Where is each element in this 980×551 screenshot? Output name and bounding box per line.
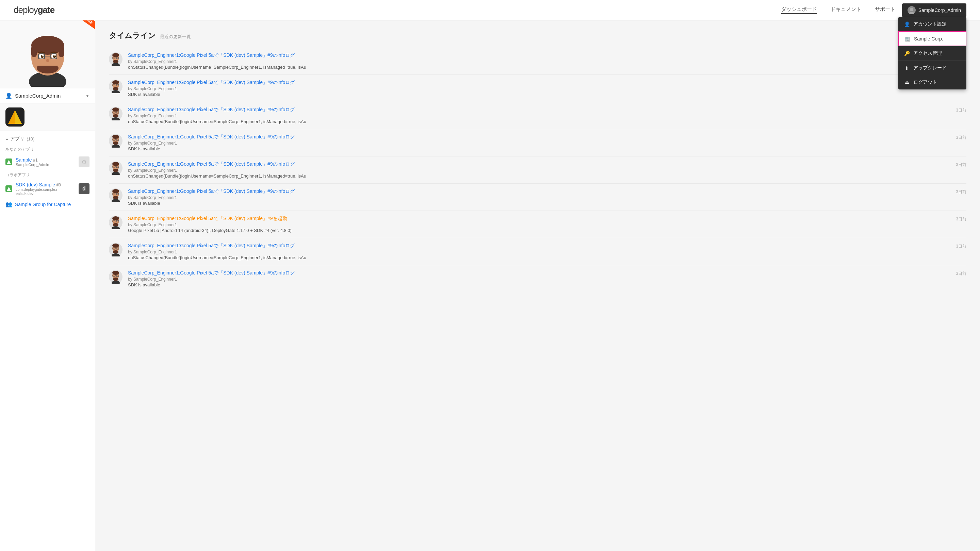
app-gear-button-sample[interactable]: ⚙: [79, 156, 89, 167]
account-icon: 👤: [904, 21, 910, 27]
timeline-body: SampleCorp_Enginner1:Google Pixel 5aで「SD…: [128, 161, 950, 179]
timeline-body: SampleCorp_Enginner1:Google Pixel 5aで「SD…: [128, 52, 961, 70]
timeline-link[interactable]: SampleCorp_Enginner1:Google Pixel 5aで「SD…: [128, 189, 950, 195]
svg-point-1: [909, 12, 914, 14]
timeline-body: SampleCorp_Enginner1:Google Pixel 5aで「SD…: [128, 216, 950, 233]
group-item-capture[interactable]: 👥 Sample Group for Capture: [0, 198, 95, 210]
timeline-time: 3日前: [956, 243, 966, 249]
nav-dashboard[interactable]: ダッシュボード: [781, 6, 817, 14]
timeline-time: 3日前: [956, 161, 966, 168]
app-item-sdk[interactable]: SDK (dev) Sample #9 com.deploygate.sampl…: [0, 179, 95, 198]
user-name-bar[interactable]: 👤 SampleCorp_Admin ▼: [0, 89, 95, 103]
content-area: タイムライン 最近の更新一覧: [95, 21, 980, 551]
group-name-capture[interactable]: Sample Group for Capture: [15, 202, 71, 207]
user-avatar-icon: [109, 52, 123, 66]
svg-point-32: [113, 60, 118, 63]
svg-point-80: [113, 223, 118, 227]
timeline-link[interactable]: SampleCorp_Enginner1:Google Pixel 5aで「SD…: [128, 107, 950, 113]
app-item-sample[interactable]: Sample #1 SampleCorp_Admin ⚙: [0, 154, 95, 170]
upgrade-icon: ⬆: [904, 65, 910, 71]
timeline-body: SampleCorp_Enginner1:Google Pixel 5aで「SD…: [128, 270, 950, 287]
app-name-sample[interactable]: Sample #1: [16, 157, 38, 163]
timeline-desc: Google Pixel 5a [Android 14 (android-34)…: [128, 228, 950, 233]
svg-marker-25: [7, 187, 11, 191]
timeline-body: SampleCorp_Enginner1:Google Pixel 5aで「SD…: [128, 79, 950, 97]
svg-marker-24: [7, 160, 11, 164]
timeline-link[interactable]: SampleCorp_Enginner1:Google Pixel 5aで「SD…: [128, 79, 950, 86]
dropdown-caret-icon: ▼: [86, 94, 89, 98]
timeline-list: SampleCorp_Enginner1:Google Pixel 5aで「SD…: [109, 48, 966, 292]
logo[interactable]: deploygate: [14, 5, 54, 15]
dropdown-account-label: アカウント設定: [913, 21, 947, 27]
nav-support[interactable]: サポート: [875, 6, 895, 14]
timeline-time: 3日前: [956, 270, 966, 276]
dropdown-item-account[interactable]: 👤 アカウント設定: [898, 17, 966, 31]
timeline-link[interactable]: SampleCorp_Enginner1:Google Pixel 5aで「SD…: [128, 52, 961, 59]
dropdown-item-access[interactable]: 🔑 アクセス管理: [898, 46, 966, 60]
svg-point-56: [113, 141, 118, 145]
dropdown-item-org[interactable]: 🏢 Sample Corp.: [898, 31, 966, 46]
sidebar: PERSONAL FREE: [0, 21, 95, 551]
timeline-body: SampleCorp_Enginner1:Google Pixel 5aで「SD…: [128, 107, 950, 124]
timeline-avatar: [109, 270, 123, 284]
user-avatar-small: [907, 6, 916, 14]
timeline-item: SampleCorp_Enginner1:Google Pixel 5aで「SD…: [109, 102, 966, 129]
nav-docs[interactable]: ドキュメント: [830, 6, 861, 14]
user-menu-button[interactable]: SampleCorp_Admin: [902, 3, 966, 17]
timeline-avatar: [109, 216, 123, 229]
collab-apps-label: コラボアプリ: [0, 170, 95, 179]
app-name-sdk[interactable]: SDK (dev) Sample #9: [16, 182, 61, 187]
user-icon: 👤: [5, 92, 12, 99]
gear-icon-sample: ⚙: [81, 158, 87, 166]
timeline-link[interactable]: SampleCorp_Enginner1:Google Pixel 5aで「SD…: [128, 270, 950, 276]
app-logo-icon: [5, 108, 24, 127]
timeline-by: by SampleCorp_Enginner1: [128, 277, 950, 282]
svg-point-96: [113, 278, 118, 281]
svg-point-63: [112, 162, 119, 166]
app-icon-sample: [5, 159, 12, 165]
logout-icon: ⏏: [904, 79, 910, 85]
avatar-image: [0, 21, 95, 89]
user-avatar-icon: [109, 134, 123, 148]
timeline-avatar: [109, 79, 123, 93]
app-icon-sdk: [5, 185, 12, 192]
apps-label: アプリ: [10, 136, 24, 142]
timeline-link[interactable]: SampleCorp_Enginner1:Google Pixel 5aで「SD…: [128, 134, 950, 140]
timeline-item: SampleCorp_Enginner1:Google Pixel 5aで「SD…: [109, 184, 966, 211]
logo-first: deploy: [14, 5, 38, 15]
app-logo-svg: [5, 108, 24, 127]
timeline-link[interactable]: SampleCorp_Enginner1:Google Pixel 5aで「SD…: [128, 216, 950, 222]
timeline-desc: SDK is available: [128, 92, 950, 97]
timeline-item: SampleCorp_Enginner1:Google Pixel 5aで「SD…: [109, 238, 966, 265]
timeline-link[interactable]: SampleCorp_Enginner1:Google Pixel 5aで「SD…: [128, 161, 950, 167]
timeline-time: 3日前: [956, 134, 966, 140]
timeline-body: SampleCorp_Enginner1:Google Pixel 5aで「SD…: [128, 134, 950, 151]
timeline-by: by SampleCorp_Enginner1: [128, 250, 950, 254]
dropdown-item-logout[interactable]: ⏏ ログアウト: [898, 75, 966, 89]
user-menu-wrapper: SampleCorp_Admin 👤 アカウント設定 🏢 Sample Corp…: [902, 3, 966, 17]
app-info-sample: Sample #1 SampleCorp_Admin: [16, 157, 49, 167]
timeline-time: 3日前: [956, 189, 966, 195]
header: deploygate ダッシュボード ドキュメント サポート SampleCor…: [0, 0, 980, 21]
logo-second: gate: [38, 5, 54, 15]
user-menu-label: SampleCorp_Admin: [918, 8, 961, 13]
timeline-avatar: [109, 134, 123, 148]
app-d-icon-sdk: d: [79, 183, 89, 194]
access-icon: 🔑: [904, 51, 910, 56]
app-owner-sample: SampleCorp_Admin: [16, 163, 49, 167]
timeline-item: SampleCorp_Enginner1:Google Pixel 5aで「SD…: [109, 265, 966, 292]
timeline-by: by SampleCorp_Enginner1: [128, 168, 950, 173]
timeline-body: SampleCorp_Enginner1:Google Pixel 5aで「SD…: [128, 243, 950, 260]
timeline-desc: onStatusChanged(Bundle[{loginUsername=Sa…: [128, 173, 950, 179]
apps-header: ≡ アプリ (10): [0, 131, 95, 144]
svg-point-31: [112, 53, 119, 57]
apps-list-icon: ≡: [5, 136, 8, 141]
svg-rect-7: [59, 45, 64, 57]
avatar-section: PERSONAL FREE: [0, 21, 95, 89]
dropdown-upgrade-label: アップグレード: [913, 65, 947, 71]
app-version-sdk: #9: [56, 183, 61, 187]
timeline-avatar: [109, 189, 123, 202]
dropdown-item-upgrade[interactable]: ⬆ アップグレード: [898, 61, 966, 75]
timeline-link[interactable]: SampleCorp_Enginner1:Google Pixel 5aで「SD…: [128, 243, 950, 249]
svg-point-40: [113, 87, 118, 91]
